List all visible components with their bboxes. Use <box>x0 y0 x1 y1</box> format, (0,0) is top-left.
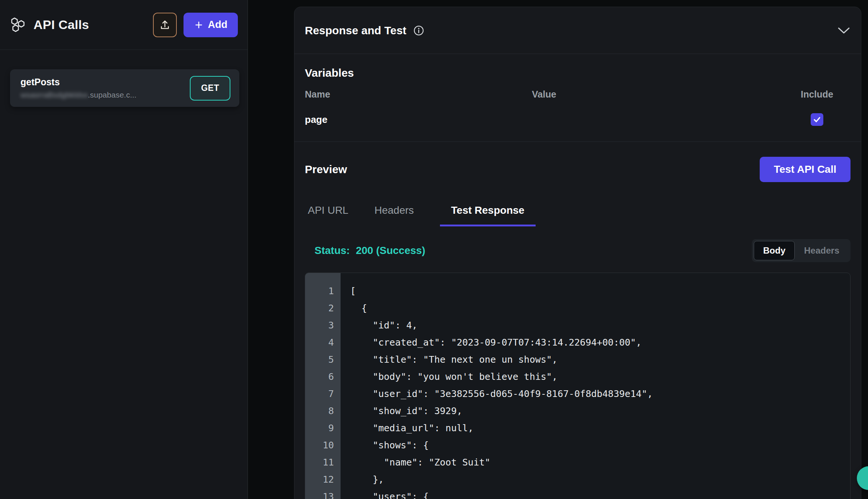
line-number: 5 <box>305 351 334 368</box>
line-number-gutter: 12345678910111213 <box>305 273 341 499</box>
chevron-down-icon <box>837 26 851 35</box>
line-number: 6 <box>305 368 334 385</box>
code-line: "show_id": 3929, <box>350 403 850 420</box>
plus-icon <box>194 20 204 30</box>
line-number: 4 <box>305 334 334 351</box>
api-url-visible: .supabase.c... <box>88 90 137 99</box>
line-number: 9 <box>305 420 334 437</box>
api-call-name: getPosts <box>20 77 137 88</box>
collapse-panel-button[interactable] <box>837 26 851 35</box>
upload-icon <box>159 19 170 31</box>
add-button-label: Add <box>208 19 227 31</box>
code-line: "body": "you won't believe this", <box>350 368 850 385</box>
code-line: "title": "The next one un shows", <box>350 351 850 368</box>
status-text: Status: 200 (Success) <box>315 245 425 257</box>
include-checkbox[interactable] <box>811 113 823 126</box>
preview-tabs: API URL Headers Test Response <box>305 204 851 226</box>
panel-body: Variables Name Value Include page <box>294 67 861 499</box>
line-number: 8 <box>305 403 334 420</box>
preview-row: Preview Test API Call <box>305 157 851 182</box>
sidebar-header: API Calls Add <box>0 0 248 50</box>
column-header-name: Name <box>305 89 532 100</box>
code-line: }, <box>350 471 850 488</box>
variable-row: page <box>305 113 851 126</box>
code-line: { <box>350 300 850 317</box>
code-line: [ <box>350 283 850 300</box>
line-number: 13 <box>305 488 334 499</box>
line-number: 3 <box>305 317 334 334</box>
upload-button[interactable] <box>153 13 177 37</box>
line-number: 12 <box>305 471 334 488</box>
test-api-call-button[interactable]: Test API Call <box>760 157 851 182</box>
line-number: 1 <box>305 283 334 300</box>
page-title: API Calls <box>33 18 89 32</box>
section-divider <box>294 142 861 142</box>
toggle-body[interactable]: Body <box>754 241 795 260</box>
tab-api-url[interactable]: API URL <box>308 204 348 226</box>
api-call-url: wsasrraBsdgbkldss.supabase.c... <box>20 90 137 99</box>
toggle-headers[interactable]: Headers <box>795 241 849 260</box>
api-call-item[interactable]: getPosts wsasrraBsdgbkldss.supabase.c...… <box>10 69 239 107</box>
app-logo-icon <box>10 16 27 34</box>
line-number: 2 <box>305 300 334 317</box>
code-line: "created_at": "2023-09-07T07:43:14.22694… <box>350 334 850 351</box>
body-headers-toggle: Body Headers <box>752 239 851 262</box>
info-icon[interactable] <box>413 25 424 36</box>
panel-header: Response and Test <box>294 7 861 54</box>
status-label: Status: <box>315 245 350 257</box>
variables-header-row: Name Value Include <box>305 89 851 100</box>
api-call-info: getPosts wsasrraBsdgbkldss.supabase.c... <box>20 77 137 99</box>
tab-test-response[interactable]: Test Response <box>440 204 536 226</box>
add-button[interactable]: Add <box>184 13 238 37</box>
app-root: API Calls Add <box>0 0 868 499</box>
panel-title: Response and Test <box>305 24 406 37</box>
main-area: Response and Test <box>248 0 868 499</box>
sidebar: API Calls Add <box>0 0 248 499</box>
code-line: "media_url": null, <box>350 420 850 437</box>
code-line: "users": { <box>350 488 850 499</box>
variables-heading: Variables <box>305 67 851 79</box>
column-header-include: Include <box>784 89 851 100</box>
column-header-value: Value <box>532 89 784 100</box>
api-url-redacted: wsasrraBsdgbkldss <box>20 90 88 99</box>
code-line: "id": 4, <box>350 317 850 334</box>
line-number: 11 <box>305 454 334 471</box>
response-body-viewer[interactable]: 12345678910111213 [ { "id": 4, "created_… <box>305 273 851 499</box>
checkmark-icon <box>813 115 821 124</box>
line-number: 7 <box>305 385 334 403</box>
code-line: "name": "Zoot Suit" <box>350 454 850 471</box>
variable-name: page <box>305 114 532 125</box>
method-badge: GET <box>190 76 230 101</box>
tab-headers[interactable]: Headers <box>374 204 414 226</box>
code-line: "user_id": "3e382556-d065-40f9-8167-0f8d… <box>350 385 850 403</box>
status-row: Status: 200 (Success) Body Headers <box>305 239 851 262</box>
status-value: 200 (Success) <box>356 245 425 257</box>
line-number: 10 <box>305 437 334 454</box>
preview-heading: Preview <box>305 163 347 176</box>
response-and-test-panel: Response and Test <box>294 7 861 499</box>
code-content: [ { "id": 4, "created_at": "2023-09-07T0… <box>341 273 850 499</box>
code-line: "shows": { <box>350 437 850 454</box>
